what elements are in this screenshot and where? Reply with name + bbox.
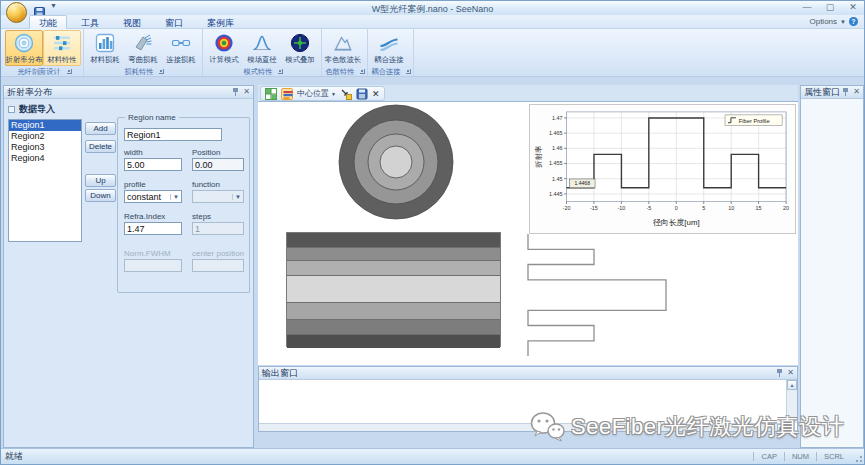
- svg-text:径向长度[um]: 径向长度[um]: [653, 218, 700, 227]
- svg-text:-10: -10: [617, 205, 625, 211]
- center-position-input: [192, 259, 244, 272]
- region-list-item[interactable]: Region2: [9, 131, 81, 142]
- status-ready: 就绪: [5, 450, 753, 463]
- steps-input: [192, 222, 244, 235]
- steps-label: steps: [192, 212, 211, 221]
- region-list-item[interactable]: Region4: [9, 153, 81, 164]
- norm-fwhm-input: [124, 259, 182, 272]
- ribbon-tab[interactable]: 案例库: [197, 15, 244, 29]
- add-button[interactable]: Add: [85, 122, 116, 135]
- close-view-icon[interactable]: ✕: [372, 89, 380, 99]
- channel-bars-icon[interactable]: [281, 88, 293, 100]
- output-body: ▲ ▶: [259, 380, 797, 431]
- ribbon-button-label: 计算模式: [209, 54, 238, 64]
- vertical-scrollbar[interactable]: ▲: [786, 380, 797, 423]
- region-name-input[interactable]: [124, 128, 222, 141]
- refra-index-input[interactable]: [124, 222, 182, 235]
- position-label: Position: [192, 148, 220, 157]
- svg-text:5: 5: [702, 205, 705, 211]
- maximize-button[interactable]: ▢: [823, 2, 837, 12]
- export-arrow-icon[interactable]: [340, 88, 352, 100]
- options-menu[interactable]: Options ▼ ?: [809, 17, 858, 26]
- ribbon-button-label: 零色散波长: [325, 54, 362, 64]
- svg-text:10: 10: [728, 205, 734, 211]
- position-input[interactable]: [192, 158, 244, 171]
- dialog-launcher-icon[interactable]: [278, 69, 283, 74]
- grid-view-icon[interactable]: [265, 88, 277, 100]
- function-label: function: [192, 180, 220, 189]
- ribbon-tab[interactable]: 窗口: [155, 15, 193, 29]
- fiber-canvas: -20-15-10-5051015201.4451.451.4551.461.4…: [258, 102, 798, 365]
- svg-text:15: 15: [756, 205, 762, 211]
- app-menu-button[interactable]: [6, 2, 27, 23]
- region-name-legend: Region name: [125, 113, 179, 122]
- expander-icon: [8, 106, 15, 113]
- separator: [753, 452, 754, 461]
- app-window: ▼ W型光纤案例.nano - SeeNano — ▢ ✕ 功能工具视图窗口案例…: [0, 0, 865, 465]
- dialog-launcher-icon[interactable]: [406, 69, 411, 74]
- mode-overlay-icon: [290, 33, 310, 53]
- document-area: 中心位置 ▼ ✕ -20-15-10-5051015201.4451.451.4…: [258, 85, 798, 448]
- width-input[interactable]: [124, 158, 182, 171]
- svg-text:Fiber Profile: Fiber Profile: [739, 118, 770, 124]
- stripe-band: [287, 233, 500, 248]
- pin-icon[interactable]: [842, 88, 849, 96]
- ribbon-button-label: 折射率分布: [6, 54, 43, 64]
- pin-icon[interactable]: [776, 369, 783, 377]
- ribbon-button[interactable]: 连接损耗: [162, 30, 200, 66]
- close-icon[interactable]: ✕: [243, 88, 250, 96]
- center-position-dropdown[interactable]: 中心位置 ▼: [297, 88, 336, 99]
- ribbon-button[interactable]: 模式叠加: [281, 30, 319, 66]
- minimize-button[interactable]: —: [800, 2, 814, 12]
- svg-text:1.455: 1.455: [549, 160, 563, 166]
- dialog-launcher-icon[interactable]: [67, 69, 72, 74]
- region-list-item[interactable]: Region1: [9, 120, 81, 131]
- ribbon-button[interactable]: 模场直径: [243, 30, 281, 66]
- ribbon-button-label: 模场直径: [247, 54, 276, 64]
- ribbon-group-label: 耦合连接: [372, 67, 401, 77]
- ribbon-button[interactable]: 材料特性: [43, 30, 81, 66]
- scroll-right-icon[interactable]: ▶: [777, 424, 786, 431]
- ribbon-tab[interactable]: 工具: [71, 15, 109, 29]
- profile-select[interactable]: constant ▼: [124, 190, 182, 203]
- horizontal-scrollbar[interactable]: ▶: [259, 423, 786, 431]
- save-view-icon[interactable]: [356, 88, 368, 100]
- ribbon-button[interactable]: 零色散波长: [324, 30, 362, 66]
- dialog-launcher-icon[interactable]: [159, 69, 164, 74]
- data-import-toggle[interactable]: 数据导入: [8, 103, 55, 116]
- ribbon-tab[interactable]: 功能: [29, 15, 67, 29]
- close-icon[interactable]: ✕: [787, 369, 794, 377]
- delete-button[interactable]: Delete: [85, 140, 116, 153]
- pin-icon[interactable]: [232, 88, 239, 96]
- dialog-launcher-icon[interactable]: [360, 69, 365, 74]
- ribbon-button[interactable]: 耦合连接: [370, 30, 408, 66]
- ribbon-tab[interactable]: 视图: [113, 15, 151, 29]
- svg-text:-5: -5: [646, 205, 651, 211]
- svg-text:0: 0: [675, 205, 678, 211]
- ribbon-button[interactable]: 计算模式: [205, 30, 243, 66]
- up-button[interactable]: Up: [85, 174, 116, 187]
- data-import-label: 数据导入: [19, 103, 55, 116]
- properties-panel: 属性窗口 ✕: [800, 85, 864, 448]
- close-icon[interactable]: ✕: [853, 88, 860, 96]
- resize-grip[interactable]: [853, 453, 863, 463]
- scroll-up-icon[interactable]: ▲: [787, 380, 797, 390]
- ribbon-group: 折射率分布材料特性光纤剖面设计: [3, 29, 84, 76]
- chevron-down-icon: ▼: [232, 194, 241, 200]
- help-icon[interactable]: ?: [849, 17, 858, 26]
- ribbon-button[interactable]: 弯曲损耗: [124, 30, 162, 66]
- separator: [784, 452, 785, 461]
- center-position-label: 中心位置: [297, 88, 329, 99]
- down-button[interactable]: Down: [85, 189, 116, 202]
- ribbon-group: 耦合连接耦合连接: [368, 29, 414, 76]
- function-select[interactable]: ▼: [192, 190, 244, 203]
- close-button[interactable]: ✕: [846, 2, 860, 12]
- region-list-item[interactable]: Region3: [9, 142, 81, 153]
- fiber-stripe-section: [286, 232, 501, 347]
- ribbon-button-label: 模式叠加: [285, 54, 314, 64]
- svg-text:1.465: 1.465: [549, 130, 563, 136]
- chevron-down-icon: ▼: [840, 19, 846, 25]
- ribbon-button[interactable]: 折射率分布: [5, 30, 43, 66]
- ribbon-button[interactable]: 材料损耗: [86, 30, 124, 66]
- panel-title: 折射率分布: [7, 86, 232, 99]
